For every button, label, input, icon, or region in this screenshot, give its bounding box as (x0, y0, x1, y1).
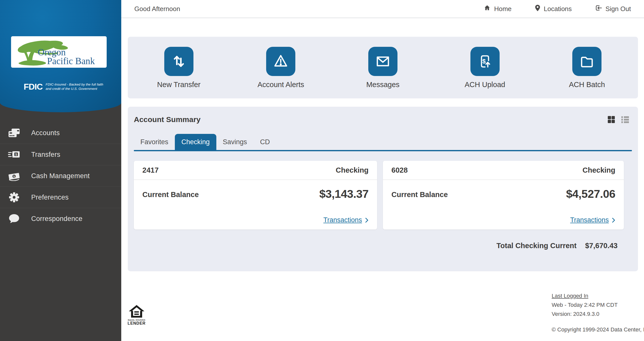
fdic-line2: and credit of the U.S. Government (46, 87, 103, 91)
sidebar-menu: Accounts $ Transfers (0, 122, 121, 229)
chat-bubble-icon (8, 213, 21, 224)
nav-locations-label: Locations (544, 5, 572, 13)
balance-label: Current Balance (391, 191, 448, 199)
last-logged-in-label[interactable]: Last Logged In (552, 291, 644, 300)
footer-info: Last Logged In Web - Today 2:42 PM CDT V… (552, 291, 644, 334)
tabs-underline (134, 150, 632, 151)
document-upload-icon: $ (470, 47, 500, 76)
account-summary-panel: Account Summary Favorite (128, 107, 638, 271)
version-text: Version: 2024.9.3.0 (552, 310, 644, 319)
nav-locations[interactable]: Locations (535, 5, 572, 13)
svg-text:$: $ (482, 58, 486, 65)
account-summary-title: Account Summary (134, 115, 200, 124)
fdic-line1: FDIC-Insured - Backed by the full faith (46, 83, 103, 87)
account-card: 2417 Checking Current Balance $3,143.37 … (134, 161, 377, 230)
copyright-text: © Copyright 1999-2024 Data Center, Inc. (552, 325, 644, 334)
nav-home[interactable]: Home (484, 5, 511, 13)
account-type: Checking (582, 166, 615, 174)
page: Oregon Pacific Bank FDIC FDIC-Insured - … (0, 0, 644, 341)
warning-triangle-icon (266, 47, 295, 76)
nav-home-label: Home (494, 5, 511, 13)
account-tabs: Favorites Checking Savings CD (134, 134, 632, 150)
last-logged-in-value: Web - Today 2:42 PM CDT (552, 300, 644, 310)
quick-actions-panel: New Transfer Account Alerts Messages (128, 37, 638, 98)
balance-value: $4,527.06 (566, 187, 615, 201)
total-row: Total Checking Current $7,670.43 (134, 242, 632, 250)
money-transfer-icon: $ (8, 149, 21, 160)
location-pin-icon (535, 5, 540, 13)
tab-favorites[interactable]: Favorites (134, 134, 175, 150)
sidebar-item-transfers[interactable]: $ Transfers (0, 144, 121, 165)
sidebar: Oregon Pacific Bank FDIC FDIC-Insured - … (0, 0, 121, 341)
quick-action-ach-batch[interactable]: ACH Batch (536, 37, 638, 98)
svg-text:LENDER: LENDER (128, 321, 145, 325)
home-icon (484, 5, 491, 13)
sidebar-item-cash-management[interactable]: $ Cash Management (0, 165, 121, 186)
quick-action-label: ACH Upload (465, 81, 505, 89)
nav-sign-out[interactable]: Sign Out (595, 5, 631, 13)
list-view-icon[interactable] (621, 116, 629, 123)
sidebar-item-accounts[interactable]: Accounts (0, 122, 121, 144)
sidebar-item-preferences[interactable]: Preferences (0, 186, 121, 208)
tab-checking[interactable]: Checking (175, 134, 216, 150)
total-value: $7,670.43 (585, 242, 618, 250)
account-number: 2417 (142, 166, 159, 174)
top-nav: Home Locations (484, 5, 644, 13)
account-card: 6028 Checking Current Balance $4,527.06 … (383, 161, 624, 230)
equal-housing-lender-icon: EQUAL HOUSING LENDER (128, 304, 145, 328)
nav-sign-out-label: Sign Out (606, 5, 631, 13)
quick-action-label: Account Alerts (258, 81, 304, 89)
sidebar-item-correspondence[interactable]: Correspondence (0, 208, 121, 229)
quick-action-account-alerts[interactable]: Account Alerts (230, 37, 332, 98)
quick-action-label: Messages (366, 81, 399, 89)
tree-logo-icon: Oregon Pacific Bank (11, 36, 107, 68)
quick-action-messages[interactable]: Messages (332, 37, 434, 98)
transfer-arrows-icon (164, 47, 193, 76)
account-number: 6028 (391, 166, 408, 174)
greeting-text: Good Afternoon (134, 5, 180, 13)
svg-text:EQUAL HOUSING: EQUAL HOUSING (128, 319, 145, 321)
chevron-right-icon (612, 217, 615, 223)
top-bar: Good Afternoon Home Locations (121, 0, 644, 18)
folder-icon (572, 47, 601, 76)
grid-view-icon[interactable] (607, 116, 615, 124)
balance-value: $3,143.37 (319, 187, 369, 201)
logo-line2: Pacific Bank (47, 56, 95, 66)
fdic-abbr: FDIC (24, 82, 43, 92)
tab-cd[interactable]: CD (254, 134, 276, 150)
quick-action-label: New Transfer (157, 81, 200, 89)
bank-logo: Oregon Pacific Bank (11, 36, 107, 68)
account-type: Checking (336, 166, 369, 174)
total-label: Total Checking Current (496, 242, 577, 250)
quick-action-label: ACH Batch (569, 81, 605, 89)
sidebar-item-label: Transfers (31, 151, 60, 159)
sidebar-item-label: Correspondence (31, 215, 83, 223)
svg-text:$: $ (15, 153, 17, 156)
envelope-icon (368, 47, 397, 76)
transactions-link[interactable]: Transactions (570, 216, 615, 224)
gear-icon (8, 192, 21, 203)
quick-action-ach-upload[interactable]: $ ACH Upload (434, 37, 536, 98)
tab-savings[interactable]: Savings (216, 134, 254, 150)
cash-icon: $ (8, 171, 21, 181)
credit-card-icon (8, 128, 21, 138)
fdic-notice: FDIC FDIC-Insured - Backed by the full f… (24, 82, 103, 92)
balance-label: Current Balance (142, 191, 199, 199)
sidebar-item-label: Accounts (31, 129, 60, 137)
sidebar-item-label: Cash Management (31, 172, 90, 180)
quick-action-new-transfer[interactable]: New Transfer (128, 37, 230, 98)
chevron-right-icon (365, 217, 369, 223)
sign-out-icon (595, 5, 602, 13)
transactions-link[interactable]: Transactions (323, 216, 369, 224)
sidebar-item-label: Preferences (31, 194, 69, 201)
